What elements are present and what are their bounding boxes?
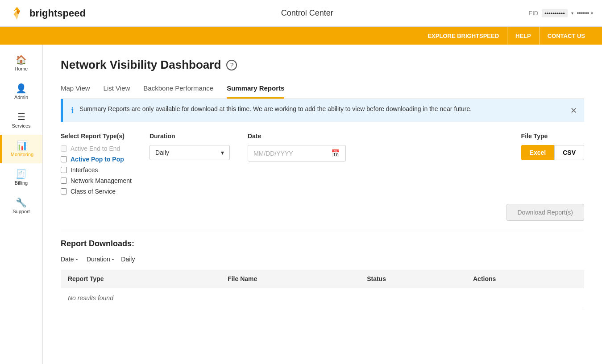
admin-icon: 👤 <box>16 84 27 93</box>
info-banner-text: Summary Reports are only available for d… <box>79 105 576 112</box>
date-placeholder: MM/DD/YYYY <box>253 150 293 157</box>
checkbox-active-pop-to-pop[interactable]: Active Pop to Pop <box>61 156 132 163</box>
sidebar-item-home[interactable]: 🏠 Home <box>0 49 42 78</box>
duration-dropdown[interactable]: Daily ▾ <box>149 145 230 160</box>
services-icon: ☰ <box>17 112 25 121</box>
nav-explore[interactable]: EXPLORE BRIGHTSPEED <box>419 27 507 45</box>
duration-value: Daily <box>155 149 169 156</box>
tab-summary-reports[interactable]: Summary Reports <box>227 81 284 99</box>
info-circle-icon: ℹ <box>71 106 74 116</box>
header-right: EID •••••••••• ▾ •••••• ▾ <box>529 9 594 17</box>
filter-duration-value: Daily <box>121 256 135 263</box>
table-row: No results found <box>61 288 584 308</box>
sidebar-monitoring-label: Monitoring <box>11 152 33 157</box>
user-value: •••••• <box>577 10 589 17</box>
checkbox-class-of-service[interactable]: Class of Service <box>61 188 132 195</box>
sidebar-billing-label: Billing <box>15 180 28 186</box>
table-header-row: Report Type File Name Status Actions <box>61 270 584 288</box>
support-icon: 🔧 <box>16 198 27 207</box>
filetype-label: File Type <box>521 132 584 140</box>
table-body: No results found <box>61 288 584 308</box>
eid-chevron-icon[interactable]: ▾ <box>571 11 573 16</box>
content-area: Network Visibility Dashboard ? Map View … <box>43 45 602 364</box>
brightspeed-logo-icon <box>9 5 25 21</box>
no-results-cell: No results found <box>61 288 584 308</box>
checkbox-label-class-of-service: Class of Service <box>71 188 116 195</box>
yellow-nav: EXPLORE BRIGHTSPEED HELP CONTACT US <box>0 27 602 45</box>
checkboxes-group: Active End to End Active Pop to Pop Inte… <box>61 145 132 195</box>
file-type-csv-button[interactable]: CSV <box>554 145 584 160</box>
logo-area: brightspeed <box>9 5 86 21</box>
eid-value: •••••••••• <box>542 9 568 17</box>
nav-contact[interactable]: CONTACT US <box>540 27 593 45</box>
page-title-row: Network Visibility Dashboard ? <box>61 58 584 72</box>
sidebar-item-billing[interactable]: 🧾 Billing <box>0 163 42 192</box>
report-type-label: Select Report Type(s) <box>61 132 132 140</box>
checkbox-label-end-to-end: Active End to End <box>71 145 120 152</box>
downloads-table: Report Type File Name Status Actions No … <box>61 270 584 308</box>
report-downloads-section: Report Downloads: Date - Duration - Dail… <box>61 230 584 308</box>
calendar-icon: 📅 <box>331 149 340 157</box>
checkbox-label-interfaces: Interfaces <box>71 166 98 174</box>
sidebar-item-admin[interactable]: 👤 Admin <box>0 78 42 106</box>
sidebar-home-label: Home <box>15 66 28 71</box>
download-row: Download Report(s) <box>61 204 584 230</box>
filter-separator-1 <box>80 256 84 263</box>
sidebar-item-support[interactable]: 🔧 Support <box>0 192 42 220</box>
logo-text: brightspeed <box>29 8 86 19</box>
checkbox-input-end-to-end[interactable] <box>61 145 67 152</box>
date-label: Date <box>248 132 346 140</box>
filter-row: Date - Duration - Daily <box>61 256 584 263</box>
checkbox-input-pop-to-pop[interactable] <box>61 156 67 162</box>
report-type-section: Select Report Type(s) Active End to End … <box>61 132 132 195</box>
help-icon[interactable]: ? <box>226 60 237 70</box>
checkbox-active-end-to-end[interactable]: Active End to End <box>61 145 132 152</box>
filter-date-label: Date - <box>61 256 78 263</box>
sidebar: 🏠 Home 👤 Admin ☰ Services 📊 Monitoring 🧾… <box>0 45 43 364</box>
checkbox-input-network-management[interactable] <box>61 178 67 184</box>
date-section: Date MM/DD/YYYY 📅 <box>248 132 346 161</box>
home-icon: 🏠 <box>16 55 27 64</box>
sidebar-item-services[interactable]: ☰ Services <box>0 106 42 135</box>
filetype-section: File Type Excel CSV <box>521 132 584 160</box>
file-type-excel-button[interactable]: Excel <box>521 145 555 160</box>
header-center-title: Control Center <box>86 8 529 18</box>
download-report-button[interactable]: Download Report(s) <box>507 204 585 221</box>
tab-map-view[interactable]: Map View <box>61 81 90 99</box>
tab-list-view[interactable]: List View <box>104 81 130 99</box>
checkbox-label-pop-to-pop: Active Pop to Pop <box>71 156 124 163</box>
file-type-buttons: Excel CSV <box>521 145 584 160</box>
filter-separator-2 <box>116 256 118 263</box>
main-layout: 🏠 Home 👤 Admin ☰ Services 📊 Monitoring 🧾… <box>0 45 602 364</box>
billing-icon: 🧾 <box>16 170 27 178</box>
page-title: Network Visibility Dashboard <box>61 58 221 72</box>
duration-section: Duration Daily ▾ <box>149 132 230 160</box>
table-header: Report Type File Name Status Actions <box>61 270 584 288</box>
eid-label: EID <box>529 10 539 17</box>
tab-backbone-performance[interactable]: Backbone Performance <box>143 81 213 99</box>
checkbox-input-class-of-service[interactable] <box>61 188 67 194</box>
checkbox-label-network-management: Network Management <box>71 177 132 184</box>
top-header: brightspeed Control Center EID •••••••••… <box>0 0 602 27</box>
tabs-row: Map View List View Backbone Performance … <box>61 81 584 99</box>
sidebar-item-monitoring[interactable]: 📊 Monitoring <box>0 135 42 163</box>
checkbox-input-interfaces[interactable] <box>61 167 67 173</box>
checkbox-interfaces[interactable]: Interfaces <box>61 166 132 174</box>
col-report-type: Report Type <box>61 270 220 288</box>
col-file-name: File Name <box>220 270 360 288</box>
report-downloads-title: Report Downloads: <box>61 239 584 248</box>
col-status: Status <box>360 270 466 288</box>
filter-duration-label: Duration - <box>87 256 114 263</box>
sidebar-support-label: Support <box>12 209 30 214</box>
sidebar-admin-label: Admin <box>14 95 28 100</box>
date-input-wrapper[interactable]: MM/DD/YYYY 📅 <box>248 145 346 161</box>
sidebar-services-label: Services <box>12 123 30 128</box>
checkbox-network-management[interactable]: Network Management <box>61 177 132 184</box>
dropdown-chevron-icon: ▾ <box>221 149 224 156</box>
report-form: Select Report Type(s) Active End to End … <box>61 122 584 204</box>
info-close-button[interactable]: ✕ <box>570 106 577 116</box>
user-dropdown[interactable]: •••••• ▾ <box>577 10 593 17</box>
duration-label: Duration <box>149 132 230 140</box>
col-actions: Actions <box>466 270 584 288</box>
nav-help[interactable]: HELP <box>507 27 540 45</box>
